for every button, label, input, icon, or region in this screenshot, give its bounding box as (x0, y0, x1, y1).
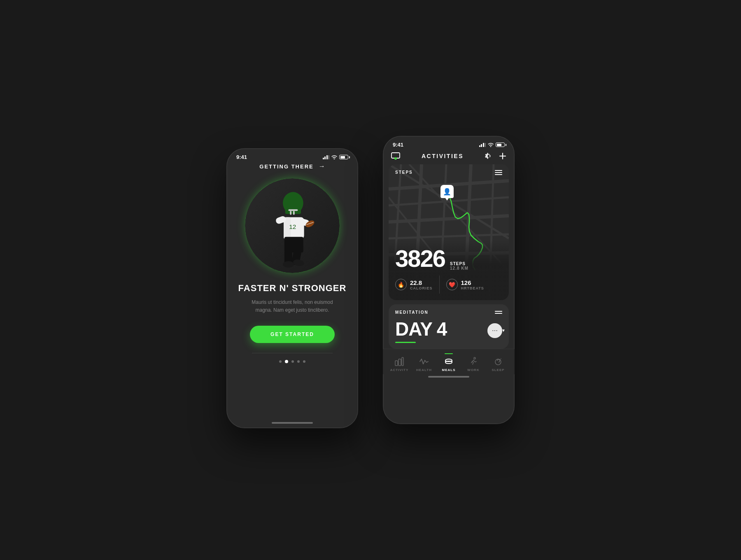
steps-distance: 12.8 KM (450, 266, 468, 271)
nav-label-activity: ACTIVITY (390, 368, 408, 372)
athlete-circle: 12 (245, 178, 340, 273)
user-pin: 👤 (440, 185, 454, 200)
notification-badge (394, 157, 397, 160)
activities-title: ACTIVITIES (422, 153, 464, 159)
screen-icon[interactable] (391, 152, 400, 160)
steps-card-menu[interactable] (495, 170, 502, 175)
svg-point-44 (474, 357, 475, 359)
health-nav-icon (419, 357, 429, 366)
calories-label: CALORIES (410, 286, 433, 290)
dot-4[interactable] (297, 360, 300, 363)
steps-stats: 3826 STEPS 12.8 KM 🔥 22.8 CALORIES (389, 240, 509, 300)
nav-label-health: HEALTH (416, 368, 432, 372)
sleep-nav-icon: z z (493, 357, 503, 366)
svg-rect-38 (398, 359, 401, 366)
heartbeat-label: HRTBEATS (461, 286, 484, 290)
player-svg: 12 (259, 187, 325, 273)
home-indicator-right (428, 376, 469, 378)
day-number: DAY 4 (395, 318, 447, 340)
svg-text:z: z (501, 357, 501, 359)
dot-5[interactable] (303, 360, 305, 363)
heartbeat-stat: ❤️ 126 HRTBEATS (439, 275, 491, 294)
time-right: 9:41 (393, 142, 403, 148)
med-menu-2 (495, 313, 502, 314)
get-started-button[interactable]: GET STARTED (250, 326, 335, 343)
pin-body: 👤 (440, 185, 454, 198)
meals-nav-icon (444, 357, 454, 366)
status-bar-left: 9:41 (226, 148, 358, 163)
signal-icon-right (479, 142, 486, 147)
nav-label-work: WORK (467, 368, 479, 372)
settings-icon[interactable] (485, 152, 493, 160)
meditation-card-menu[interactable] (495, 311, 502, 314)
svg-text:12: 12 (289, 223, 296, 230)
svg-rect-39 (402, 357, 403, 366)
svg-rect-2 (288, 209, 298, 211)
nav-item-health[interactable]: HEALTH (412, 357, 436, 372)
steps-number: 3826 (395, 247, 445, 271)
toggle-arrow-icon: ▼ (501, 328, 506, 333)
steps-meta: STEPS 12.8 KM (450, 261, 468, 271)
svg-rect-37 (395, 361, 398, 366)
arrow-right-icon[interactable]: → (319, 163, 325, 170)
pagination-dots (279, 360, 305, 363)
svg-point-14 (283, 261, 294, 267)
headline: FASTER N' STRONGER (238, 283, 347, 294)
svg-rect-3 (290, 211, 291, 215)
menu-line-3 (495, 174, 502, 175)
calories-value: 22.8 (410, 279, 433, 286)
time-left: 9:41 (236, 154, 247, 160)
header-action-icons (485, 152, 506, 160)
day-info: DAY 4 (395, 318, 447, 343)
add-icon[interactable] (499, 152, 506, 160)
heart-icon: ❤️ (446, 279, 458, 290)
stats-row: 🔥 22.8 CALORIES ❤️ 126 HRTBEATS (395, 275, 502, 294)
calories-stat: 🔥 22.8 CALORIES (395, 275, 439, 294)
status-icons-right (479, 142, 505, 147)
steps-card-label: STEPS (395, 170, 413, 175)
home-indicator-left (272, 422, 313, 424)
menu-line-1 (495, 170, 502, 171)
subtext: Mauris ut tincidunt felis, non euismod m… (235, 299, 350, 314)
steps-unit-label: STEPS (450, 261, 468, 266)
dot-2[interactable] (285, 360, 288, 363)
user-avatar-icon: 👤 (443, 188, 451, 196)
steps-count-row: 3826 STEPS 12.8 KM (395, 247, 502, 271)
nav-label-meals: MEALS (442, 368, 456, 372)
left-phone: 9:41 GETTING THERE → (226, 148, 358, 428)
nav-item-sleep[interactable]: z z SLEEP (486, 357, 510, 372)
battery-icon-right (496, 142, 505, 147)
flame-icon: 🔥 (395, 279, 407, 290)
nav-item-meals[interactable]: MEALS (436, 353, 461, 372)
med-menu-1 (495, 311, 502, 312)
divider (252, 353, 333, 353)
nav-item-activity[interactable]: ACTIVITY (387, 357, 412, 372)
phones-container: 9:41 GETTING THERE → (226, 132, 515, 428)
status-bar-right: 9:41 (383, 136, 515, 150)
battery-icon (339, 155, 348, 159)
day-row: DAY 4 ⋯ ▼ (395, 318, 502, 343)
nav-active-indicator (445, 353, 453, 354)
dots-icon: ⋯ (492, 327, 498, 334)
wifi-icon (331, 155, 337, 159)
meditation-header: MEDITATION (395, 310, 502, 315)
meditation-toggle[interactable]: ⋯ ▼ (487, 323, 502, 338)
svg-rect-4 (293, 211, 295, 215)
dot-1 (279, 360, 282, 363)
activities-header: ACTIVITIES (383, 150, 515, 164)
meditation-label: MEDITATION (395, 310, 429, 315)
right-phone: 9:41 (383, 136, 515, 424)
dot-3[interactable] (291, 360, 294, 363)
signal-icon (323, 155, 330, 159)
left-phone-content: GETTING THERE → (226, 163, 358, 422)
activity-nav-icon (394, 357, 404, 366)
getting-there-header: GETTING THERE → (235, 163, 350, 170)
status-icons-left (323, 155, 349, 159)
heartbeat-info: 126 HRTBEATS (461, 279, 484, 290)
nav-label-sleep: SLEEP (492, 368, 504, 372)
work-nav-icon (468, 357, 478, 366)
heartbeat-value: 126 (461, 279, 484, 286)
bottom-nav: ACTIVITY HEALTH (383, 349, 515, 374)
nav-item-work[interactable]: WORK (461, 357, 486, 372)
menu-line-2 (495, 172, 502, 173)
